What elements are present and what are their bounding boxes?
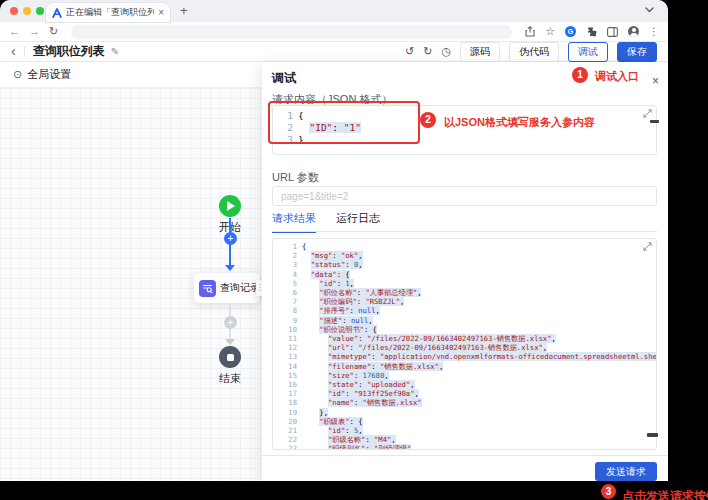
code-line: 12 "url": "/files/2022-09/1663402497163-…: [273, 343, 656, 352]
reload-icon[interactable]: ↻: [49, 26, 58, 37]
history-icon[interactable]: ◷: [441, 46, 451, 57]
url-params-input[interactable]: [272, 186, 657, 206]
code-line: 5 "id": 1,: [273, 279, 656, 288]
main-area: ⊙ 全局设置 开始 + 查询记录 ⋮ +: [0, 62, 668, 481]
undo-icon[interactable]: ↺: [405, 46, 414, 57]
arrow-down-icon-gray: [225, 339, 235, 345]
code-line: 19 },: [273, 408, 656, 417]
tab-favicon-icon: [52, 8, 62, 18]
global-settings-icon[interactable]: ⊙: [13, 69, 22, 80]
debug-button[interactable]: 调试: [568, 42, 608, 62]
start-node[interactable]: [219, 195, 241, 217]
close-window-button[interactable]: [10, 7, 18, 15]
forward-icon[interactable]: →: [29, 26, 40, 37]
code-line: 6 "职位名称": "人事部总经理",: [273, 288, 656, 297]
stop-icon: [227, 354, 234, 361]
query-record-label: 查询记录: [220, 281, 260, 295]
code-line: 8 "排序号": null,: [273, 306, 656, 315]
query-record-node[interactable]: 查询记录: [194, 273, 260, 303]
tab-run-log[interactable]: 运行日志: [336, 211, 380, 233]
page-title: 查询职位列表: [33, 43, 105, 60]
flow-canvas[interactable]: ⊙ 全局设置 开始 + 查询记录 ⋮ +: [0, 62, 262, 481]
tab-close-icon[interactable]: ×: [158, 8, 164, 18]
response-json-viewer[interactable]: 1{2 "msg": "ok",3 "status": 0,4 "data": …: [272, 238, 657, 450]
share-icon[interactable]: [525, 26, 535, 37]
extensions-puzzle-icon[interactable]: [586, 26, 597, 37]
code-line: 22 "职级名称": "M4",: [273, 435, 656, 444]
code-line: 21 "id": 5,: [273, 426, 656, 435]
play-icon: [227, 201, 235, 211]
code-line: 11 "value": "/files/2022-09/166340249716…: [273, 334, 656, 343]
code-line: 7 "职位编码": "RSBZJL",: [273, 297, 656, 306]
end-node[interactable]: [219, 346, 241, 368]
add-node-button[interactable]: +: [224, 232, 237, 245]
global-settings-label[interactable]: 全局设置: [27, 67, 71, 82]
expand-viewer-icon[interactable]: [643, 242, 652, 251]
annotation-1-text: 调试入口: [595, 69, 639, 84]
back-icon[interactable]: ←: [9, 26, 20, 37]
code-line: 3 "status": 0,: [273, 260, 656, 269]
code-line: 18 "name": "销售数据.xlsx": [273, 398, 656, 407]
footer-separator: [262, 455, 668, 456]
debug-panel: 调试 × 1 调试入口 请求内容（JSON 格式） 1{2 "ID": "1"3…: [262, 62, 668, 481]
annotation-3-text: 点击发送请求按钮: [622, 488, 708, 500]
annotation-3-badge: 3: [601, 484, 616, 499]
maximize-window-button[interactable]: [36, 7, 44, 15]
new-tab-button[interactable]: +: [180, 3, 188, 18]
code-line: 10 "职位说明书": {: [273, 325, 656, 334]
code-line: 13 "mimetype": "application/vnd.openxmlf…: [273, 352, 656, 361]
expand-editor-icon[interactable]: [643, 109, 652, 118]
viewer-scrollbar-thumb[interactable]: [647, 433, 658, 437]
browser-window: 正在编辑「查询职位列表」 × + ← → ↻ ☆ G ⋮: [0, 0, 668, 481]
canvas-topbar: ⊙ 全局设置: [0, 62, 262, 88]
extension-badge-icon[interactable]: G: [565, 26, 576, 37]
tab-request-result[interactable]: 请求结果: [272, 211, 316, 233]
side-panel-icon[interactable]: [607, 27, 618, 37]
arrow-down-icon: [225, 265, 235, 271]
bookmark-star-icon[interactable]: ☆: [545, 26, 555, 37]
browser-tab[interactable]: 正在编辑「查询职位列表」 ×: [46, 3, 170, 22]
close-icon[interactable]: ×: [652, 75, 659, 87]
traffic-lights: [10, 7, 44, 15]
request-json-editor[interactable]: 1{2 "ID": "1"3}: [272, 105, 657, 155]
code-line: 9 "描述": null,: [273, 316, 656, 325]
divider: [24, 46, 25, 57]
tabs-separator: [272, 231, 657, 232]
minimize-window-button[interactable]: [23, 7, 31, 15]
code-line: 17 "id": "913ff25ef90a",: [273, 389, 656, 398]
save-button[interactable]: 保存: [617, 42, 657, 62]
profile-avatar[interactable]: [628, 26, 639, 37]
debug-panel-title: 调试: [272, 70, 296, 87]
tab-title: 正在编辑「查询职位列表」: [66, 6, 154, 19]
code-line: 14 "filename": "销售数据.xlsx",: [273, 362, 656, 371]
address-bar: ← → ↻ ☆ G ⋮: [0, 22, 668, 42]
end-node-label: 结束: [205, 371, 255, 386]
url-params-label: URL 参数: [272, 170, 319, 185]
toolbar-actions: ↺ ↻ ◷ 源码 伪代码 调试 保存: [405, 42, 657, 62]
code-line: 2 "msg": "ok",: [273, 251, 656, 260]
tab-strip: 正在编辑「查询职位列表」 × +: [0, 0, 668, 22]
editor-scrollbar-thumb[interactable]: [650, 120, 659, 123]
code-line: 15 "size": 17680,: [273, 371, 656, 380]
edit-title-icon[interactable]: ✎: [111, 46, 119, 57]
code-line: 16 "state": "uploaded",: [273, 380, 656, 389]
code-line: 1{: [273, 242, 656, 251]
pseudo-code-button[interactable]: 伪代码: [509, 42, 559, 62]
code-line: 20 "职级表": {: [273, 417, 656, 426]
code-line: 3}: [273, 134, 656, 146]
code-line: 4 "data": {: [273, 270, 656, 279]
screenshot-root: { "browser": { "tab": { "title": "正在编辑「查…: [0, 0, 708, 500]
code-line: 23 "职级别名": "副经理级": [273, 444, 656, 450]
add-node-button-secondary[interactable]: +: [224, 316, 237, 329]
result-tabs: 请求结果 运行日志: [272, 211, 380, 233]
send-request-button[interactable]: 发送请求: [595, 462, 657, 481]
response-viewer-lines: 1{2 "msg": "ok",3 "status": 0,4 "data": …: [273, 242, 656, 450]
source-code-button[interactable]: 源码: [460, 42, 500, 62]
browser-menu-icon[interactable]: ⋮: [649, 26, 659, 37]
url-omnibox[interactable]: [71, 25, 512, 39]
redo-icon[interactable]: ↻: [423, 46, 432, 57]
tab-search-chevron-icon[interactable]: [645, 7, 654, 13]
page-back-icon[interactable]: ‹: [11, 44, 16, 58]
query-record-icon: [199, 280, 216, 297]
annotation-1-badge: 1: [572, 67, 588, 83]
